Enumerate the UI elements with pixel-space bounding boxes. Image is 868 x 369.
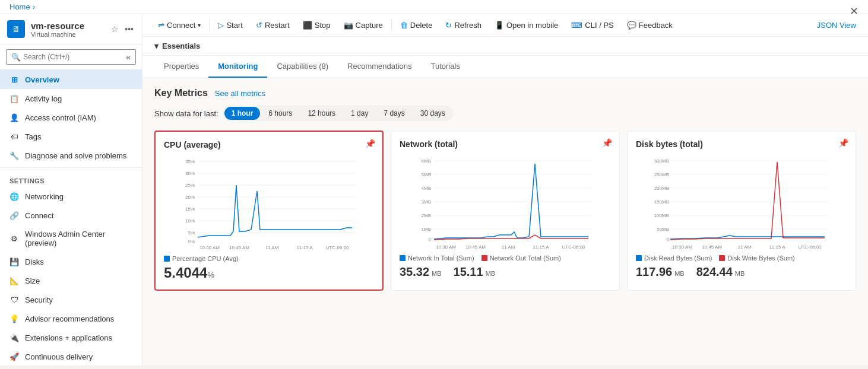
tab-tutorials[interactable]: Tutorials — [422, 56, 470, 78]
svg-text:11:15 A: 11:15 A — [533, 244, 549, 250]
sidebar-item-label: Disks — [25, 257, 44, 266]
charts-grid: CPU (average) 📌 — [154, 131, 856, 291]
tab-monitoring[interactable]: Monitoring — [208, 56, 267, 78]
network-out-dot — [481, 255, 487, 261]
sidebar-item-diagnose[interactable]: 🔧 Diagnose and solve problems — [0, 146, 142, 165]
sidebar-item-label: Access control (IAM) — [25, 113, 96, 122]
tabs-section: Properties Monitoring Capabilities (8) R… — [142, 56, 868, 78]
svg-text:10%: 10% — [185, 218, 195, 224]
cli-ps-button[interactable]: ⌨ CLI / PS — [565, 18, 619, 33]
network-out-label: Network Out Total (Sum) — [490, 255, 561, 262]
time-option-6h[interactable]: 6 hours — [261, 107, 299, 120]
network-chart-card: Network (total) 📌 6MB — [391, 131, 620, 291]
svg-text:11 AM: 11 AM — [502, 244, 515, 250]
disks-icon: 💾 — [9, 257, 19, 266]
search-input[interactable] — [23, 53, 123, 61]
toolbar-divider-2 — [391, 19, 392, 32]
delete-button[interactable]: 🗑 Delete — [394, 18, 439, 33]
open-mobile-icon: 📱 — [495, 21, 504, 30]
disk-pin-button[interactable]: 📌 — [838, 138, 848, 148]
toolbar: ⇌ Connect ▾ ▷ Start ↺ Restart ⬛ Stop 📷 C… — [142, 14, 868, 37]
sidebar-item-windows-admin[interactable]: ⚙ Windows Admin Center (preview) — [0, 225, 142, 252]
sidebar-item-advisor[interactable]: 💡 Advisor recommendations — [0, 309, 142, 328]
essentials-header[interactable]: ▾ Essentials — [154, 42, 856, 50]
open-mobile-button[interactable]: 📱 Open in mobile — [489, 18, 564, 33]
sidebar-item-tags[interactable]: 🏷 Tags — [0, 127, 142, 146]
svg-text:5MB: 5MB — [422, 172, 431, 177]
svg-text:250MB: 250MB — [654, 172, 669, 177]
key-metrics-title: Key Metrics — [154, 88, 208, 98]
sidebar-item-label: Size — [25, 276, 40, 285]
network-chart-legend: Network In Total (Sum) Network Out Total… — [400, 255, 611, 262]
sidebar-item-disks[interactable]: 💾 Disks — [0, 252, 142, 271]
network-in-label: Network In Total (Sum) — [408, 255, 474, 262]
connect-chevron-icon: ▾ — [198, 22, 201, 28]
disk-read-dot — [636, 255, 642, 261]
svg-text:10:45 AM: 10:45 AM — [465, 244, 486, 250]
feedback-label: Feedback — [639, 21, 673, 30]
size-icon: 📐 — [9, 276, 19, 285]
svg-text:10:45 AM: 10:45 AM — [702, 244, 722, 250]
cpu-pin-button[interactable]: 📌 — [365, 139, 375, 148]
sidebar-item-size[interactable]: 📐 Size — [0, 271, 142, 290]
sidebar-collapse-button[interactable]: « — [126, 52, 131, 62]
svg-text:4MB: 4MB — [422, 186, 431, 191]
time-option-1h[interactable]: 1 hour — [224, 107, 261, 120]
restart-button[interactable]: ↺ Restart — [250, 18, 296, 33]
toolbar-divider-1 — [209, 19, 210, 32]
sidebar-item-overview[interactable]: ⊞ Overview — [0, 70, 142, 89]
sidebar-item-extensions[interactable]: 🔌 Extensions + applications — [0, 328, 142, 347]
start-button[interactable]: ▷ Start — [212, 18, 248, 33]
search-row[interactable]: 🔍 « — [6, 49, 136, 65]
json-view-link[interactable]: JSON View — [815, 21, 859, 30]
network-values-row: 35.32 MB 15.11 MB — [400, 265, 611, 279]
security-icon: 🛡 — [9, 295, 19, 304]
time-option-30d[interactable]: 30 days — [413, 107, 452, 120]
main-content: ⇌ Connect ▾ ▷ Start ↺ Restart ⬛ Stop 📷 C… — [142, 14, 868, 365]
svg-text:UTC-06:00: UTC-06:00 — [562, 244, 585, 250]
svg-text:6MB: 6MB — [422, 158, 431, 164]
stop-button[interactable]: ⬛ Stop — [297, 18, 337, 33]
favorite-button[interactable]: ☆ — [110, 23, 120, 35]
time-option-12h[interactable]: 12 hours — [300, 107, 343, 120]
feedback-icon: 💬 — [627, 21, 636, 30]
refresh-button[interactable]: ↻ Refresh — [439, 18, 487, 33]
network-in-unit: MB — [432, 270, 442, 277]
more-button[interactable]: ••• — [123, 23, 135, 35]
svg-text:3MB: 3MB — [422, 199, 431, 205]
sidebar-item-connect[interactable]: 🔗 Connect — [0, 206, 142, 225]
network-out-value: 15.11 MB — [454, 265, 496, 279]
breadcrumb-home[interactable]: Home — [9, 2, 30, 11]
network-pin-button[interactable]: 📌 — [602, 138, 612, 148]
networking-icon: 🌐 — [9, 192, 19, 201]
tab-capabilities[interactable]: Capabilities (8) — [267, 56, 338, 78]
disk-write-label: Disk Write Bytes (Sum) — [727, 255, 794, 262]
sidebar-item-security[interactable]: 🛡 Security — [0, 290, 142, 309]
sidebar-item-networking[interactable]: 🌐 Networking — [0, 187, 142, 206]
connect-button[interactable]: ⇌ Connect ▾ — [152, 18, 207, 33]
sidebar-item-activity-log[interactable]: 📋 Activity log — [0, 89, 142, 108]
see-all-metrics-link[interactable]: See all metrics — [215, 89, 265, 98]
sidebar-header: 🖥 vm-resource Virtual machine ☆ ••• ✕ — [0, 14, 142, 44]
sidebar-item-access-control[interactable]: 👤 Access control (IAM) — [0, 108, 142, 127]
time-option-1d[interactable]: 1 day — [344, 107, 375, 120]
time-option-7d[interactable]: 7 days — [376, 107, 411, 120]
feedback-button[interactable]: 💬 Feedback — [621, 18, 679, 33]
key-metrics-header: Key Metrics See all metrics — [154, 88, 856, 98]
disk-chart-title: Disk bytes (total) — [636, 139, 847, 149]
sidebar-item-label: Activity log — [25, 94, 62, 103]
sidebar-item-continuous[interactable]: 🚀 Continuous delivery — [0, 347, 142, 365]
sidebar-header-actions: ☆ ••• ✕ — [110, 23, 135, 35]
capture-button[interactable]: 📷 Capture — [338, 18, 389, 33]
start-label: Start — [226, 21, 242, 30]
network-out-unit: MB — [486, 270, 496, 277]
disk-chart-svg: 300MB 250MB 200MB 150MB 100MB 50MB 0 — [636, 155, 847, 250]
tab-recommendations[interactable]: Recommendations — [338, 56, 421, 78]
cpu-legend-item: Percentage CPU (Avg) — [164, 255, 239, 262]
disk-read-unit: MB — [674, 270, 685, 277]
svg-text:UTC-06:00: UTC-06:00 — [798, 244, 822, 250]
vm-type: Virtual machine — [31, 31, 84, 38]
show-data-label: Show data for last: — [154, 109, 218, 118]
tab-properties[interactable]: Properties — [154, 56, 208, 78]
breadcrumb-sep: › — [33, 2, 35, 11]
